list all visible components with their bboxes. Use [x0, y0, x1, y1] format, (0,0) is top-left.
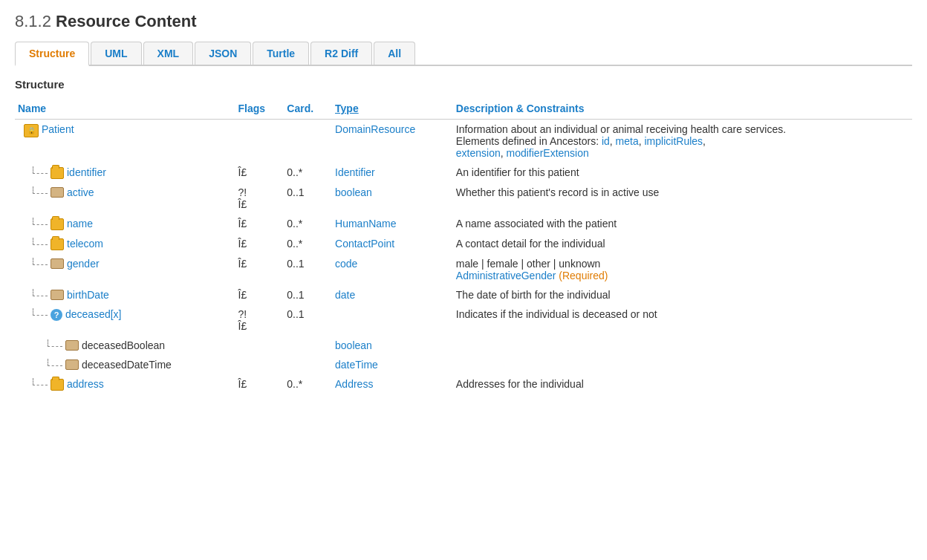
deceased-desc: Indicates if the individual is deceased …: [453, 305, 912, 336]
gender-link[interactable]: gender: [67, 258, 100, 270]
identifier-card: 0..*: [284, 163, 332, 183]
tab-turtle[interactable]: Turtle: [253, 42, 309, 65]
deceasedbool-name: deceasedBoolean: [82, 339, 165, 351]
table-row: deceasedDateTime dateTime: [15, 355, 912, 374]
deceaseddt-flags: [235, 355, 284, 374]
table-row: address Î£ 0..* Address Addresses for th…: [15, 374, 912, 394]
telecom-type: ContactPoint: [332, 234, 453, 254]
address-type: Address: [332, 374, 453, 394]
section-title: Structure: [15, 78, 912, 91]
table-row: birthDate Î£ 0..1 date The date of birth…: [15, 285, 912, 305]
table-row: name Î£ 0..* HumanName A name associated…: [15, 214, 912, 234]
active-desc: Whether this patient's record is in acti…: [453, 183, 912, 214]
name-type: HumanName: [332, 214, 453, 234]
address-desc: Addresses for the individual: [453, 374, 912, 394]
deceasedbool-desc: [453, 336, 912, 355]
folder-icon: [51, 238, 64, 250]
tab-json[interactable]: JSON: [195, 42, 251, 65]
patient-type: DomainResource: [332, 120, 453, 163]
col-desc: Description & Constraints: [453, 100, 912, 120]
tab-uml[interactable]: UML: [91, 42, 141, 65]
deceaseddt-name: deceasedDateTime: [82, 359, 172, 371]
tree-branch: [48, 359, 62, 366]
identifier-desc: An identifier for this patient: [453, 163, 912, 183]
telecom-link[interactable]: telecom: [67, 238, 103, 250]
deceasedbool-type: boolean: [332, 336, 453, 355]
page-heading: 8.1.2 Resource Content: [15, 12, 912, 31]
leaf-icon: [51, 290, 64, 300]
deceased-flags: ?!Î£: [235, 305, 284, 336]
telecom-flags: Î£: [235, 234, 284, 254]
table-row: telecom Î£ 0..* ContactPoint A contact d…: [15, 234, 912, 254]
col-card: Card.: [284, 100, 332, 120]
deceasedbool-card: [284, 336, 332, 355]
active-flags: ?!Î£: [235, 183, 284, 214]
birthdate-link[interactable]: birthDate: [67, 289, 109, 301]
table-row: identifier Î£ 0..* Identifier An identif…: [15, 163, 912, 183]
tree-branch: [33, 289, 48, 296]
tab-xml[interactable]: XML: [143, 42, 194, 65]
structure-table: Name Flags Card. Type Description & Cons…: [15, 100, 912, 394]
birthdate-card: 0..1: [284, 285, 332, 305]
tree-branch: [33, 238, 48, 245]
tree-branch: [33, 378, 48, 385]
identifier-link[interactable]: identifier: [67, 166, 106, 178]
deceaseddt-card: [284, 355, 332, 374]
deceaseddt-type: dateTime: [332, 355, 453, 374]
gender-flags: Î£: [235, 254, 284, 285]
telecom-card: 0..*: [284, 234, 332, 254]
col-flags: Flags: [235, 100, 284, 120]
active-type: boolean: [332, 183, 453, 214]
birthdate-desc: The date of birth for the individual: [453, 285, 912, 305]
table-row: deceasedBoolean boolean: [15, 336, 912, 355]
tree-branch: [33, 308, 48, 316]
tab-all[interactable]: All: [374, 42, 415, 65]
leaf-icon: [51, 258, 64, 269]
leaf-icon: [65, 340, 79, 351]
birthdate-type: date: [332, 285, 453, 305]
leaf-icon: [65, 359, 79, 370]
deceaseddt-desc: [453, 355, 912, 374]
deceasedbool-flags: [235, 336, 284, 355]
root-folder-icon: 🔒: [24, 124, 39, 137]
folder-icon: [51, 379, 64, 391]
patient-card: [284, 120, 332, 163]
name-card: 0..*: [284, 214, 332, 234]
telecom-desc: A contact detail for the individual: [453, 234, 912, 254]
deceased-card: 0..1: [284, 305, 332, 336]
address-flags: Î£: [235, 374, 284, 394]
question-icon: ?: [51, 309, 62, 321]
folder-icon: [51, 218, 64, 230]
deceased-link[interactable]: deceased[x]: [65, 308, 122, 320]
patient-link[interactable]: Patient: [42, 123, 74, 135]
tab-r2diff[interactable]: R2 Diff: [310, 42, 372, 65]
address-link[interactable]: address: [67, 378, 104, 390]
active-link[interactable]: active: [67, 186, 94, 198]
table-row: 🔒 Patient DomainResource Information abo…: [15, 120, 912, 163]
tree-branch: [33, 186, 48, 194]
gender-desc: male | female | other | unknown Administ…: [453, 254, 912, 285]
patient-flags: [235, 120, 284, 163]
col-type: Type: [332, 100, 453, 120]
table-row: active ?!Î£ 0..1 boolean Whether this pa…: [15, 183, 912, 214]
gender-type: code: [332, 254, 453, 285]
tree-branch: [33, 166, 48, 174]
leaf-icon: [51, 187, 64, 198]
tree-branch: [48, 339, 62, 347]
tab-structure[interactable]: Structure: [15, 42, 89, 66]
name-link[interactable]: name: [67, 218, 93, 229]
deceased-type: [332, 305, 453, 336]
col-name: Name: [15, 100, 235, 120]
birthdate-flags: Î£: [235, 285, 284, 305]
patient-desc: Information about an individual or anima…: [453, 120, 912, 163]
identifier-flags: Î£: [235, 163, 284, 183]
tree-branch: [33, 258, 48, 265]
name-flags: Î£: [235, 214, 284, 234]
gender-card: 0..1: [284, 254, 332, 285]
table-row: gender Î£ 0..1 code male | female | othe…: [15, 254, 912, 285]
table-row: ? deceased[x] ?!Î£ 0..1 Indicates if the…: [15, 305, 912, 336]
name-desc: A name associated with the patient: [453, 214, 912, 234]
active-card: 0..1: [284, 183, 332, 214]
tab-bar: Structure UML XML JSON Turtle R2 Diff Al…: [15, 42, 912, 66]
identifier-type: Identifier: [332, 163, 453, 183]
